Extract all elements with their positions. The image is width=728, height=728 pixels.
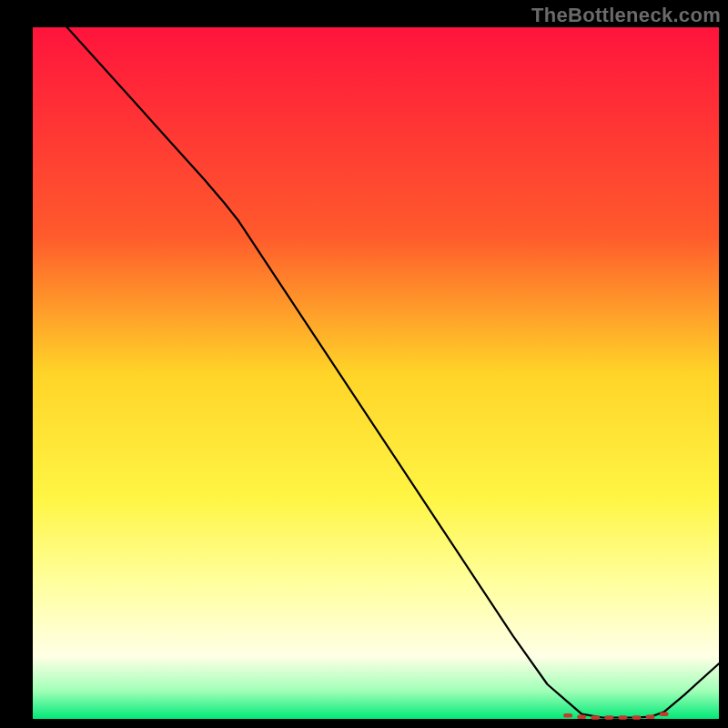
chart-svg [0, 0, 728, 728]
marker-dot [577, 715, 586, 719]
marker-dot [632, 715, 642, 719]
marker-dot [646, 715, 655, 719]
marker-dot [563, 713, 572, 717]
marker-dot [618, 715, 627, 719]
marker-dot [660, 712, 669, 715]
marker-dot [604, 715, 613, 719]
gradient-background [33, 27, 719, 719]
marker-dot [591, 715, 600, 719]
chart-container: TheBottleneck.com [0, 0, 728, 728]
watermark-text: TheBottleneck.com [531, 4, 721, 27]
